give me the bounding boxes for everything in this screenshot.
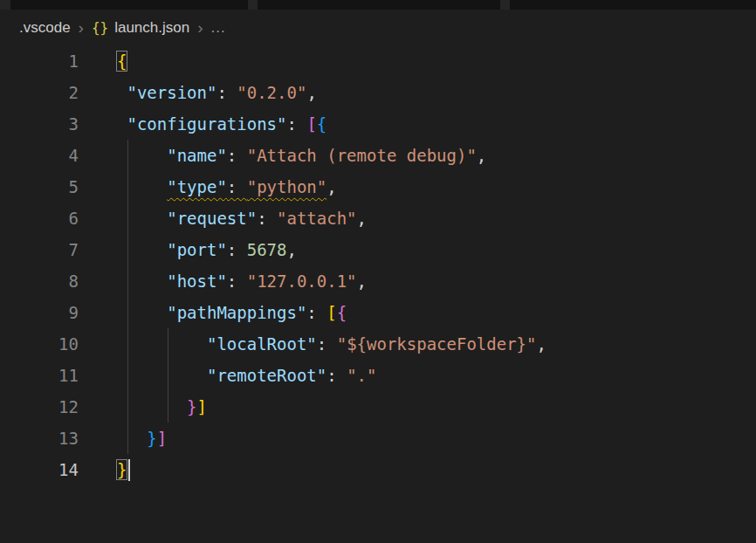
token: "localRoot" (207, 334, 317, 354)
token (117, 366, 207, 385)
text-cursor (128, 459, 130, 481)
token (117, 177, 167, 196)
code-line[interactable]: 4 "name": "Attach (remote debug)", (0, 140, 756, 171)
code-line[interactable]: 1{ (0, 45, 756, 77)
token: , (306, 83, 316, 102)
token: "version" (127, 83, 216, 102)
token (117, 114, 127, 134)
token: } (147, 429, 156, 448)
token: "." (347, 366, 376, 385)
token: : (326, 366, 347, 385)
line-content: } (117, 454, 130, 485)
code-line[interactable]: 13 }] (0, 423, 756, 454)
line-content: "version": "0.2.0", (117, 77, 317, 108)
indent-guide (168, 328, 168, 423)
token: [ (326, 303, 336, 322)
token: "request" (167, 209, 257, 228)
indent-guide (127, 140, 128, 454)
tab-bottom-edge[interactable] (258, 0, 500, 10)
token: { (317, 114, 326, 134)
code-line[interactable]: 3 "configurations": [{ (0, 108, 756, 140)
tab-bottom-edge[interactable] (10, 0, 248, 10)
code-line[interactable]: 5 "type": "python", (0, 171, 756, 203)
line-content: "host": "127.0.0.1", (117, 265, 367, 297)
token (117, 303, 167, 322)
line-content: }] (117, 423, 167, 454)
line-number: 13 (0, 423, 79, 454)
code-line[interactable]: 14} (0, 454, 756, 485)
token: , (357, 209, 367, 228)
token (117, 209, 167, 228)
token: : (257, 209, 277, 228)
token: , (326, 177, 336, 196)
token: : (227, 146, 247, 165)
token: "port" (167, 240, 227, 259)
breadcrumb-symbol-overflow[interactable]: ... (211, 19, 226, 37)
line-number: 11 (0, 360, 79, 391)
line-number: 7 (0, 234, 79, 265)
token: "pathMappings" (167, 303, 306, 322)
code-line[interactable]: 6 "request": "attach", (0, 203, 756, 234)
token (117, 240, 167, 259)
token (117, 429, 147, 448)
token: : (227, 240, 247, 259)
token (117, 272, 167, 291)
breadcrumb-file[interactable]: {} launch.json (92, 19, 189, 37)
token: "name" (167, 146, 227, 165)
chevron-right-icon: › (197, 18, 203, 38)
code-line[interactable]: 10 "localRoot": "${workspaceFolder}", (0, 328, 756, 360)
token: "${workspaceFolder}" (337, 334, 537, 354)
code-lines: 1{2 "version": "0.2.0",3 "configurations… (0, 45, 756, 485)
line-number: 2 (0, 77, 79, 108)
json-braces-icon: {} (92, 19, 108, 36)
token: "type" (167, 177, 227, 196)
token: "attach" (277, 209, 357, 228)
token: } (187, 397, 196, 416)
code-line[interactable]: 9 "pathMappings": [{ (0, 297, 756, 328)
line-content: "name": "Attach (remote debug)", (117, 140, 486, 171)
line-number: 10 (0, 328, 79, 360)
token: 5678 (247, 240, 287, 259)
token: : (216, 83, 237, 102)
token: : (227, 177, 247, 196)
tab-bar-strip (0, 0, 756, 10)
line-number: 12 (0, 391, 79, 423)
token: "python" (247, 177, 327, 196)
token: { (337, 303, 347, 322)
token: [ (306, 114, 316, 134)
line-content: { (117, 45, 127, 77)
vscode-editor-window: .vscode › {} launch.json › ... 1{2 "vers… (0, 0, 756, 543)
code-line[interactable]: 8 "host": "127.0.0.1", (0, 265, 756, 297)
token (117, 146, 167, 165)
token: : (286, 114, 306, 134)
breadcrumb: .vscode › {} launch.json › ... (0, 10, 756, 45)
line-content: "pathMappings": [{ (117, 297, 347, 328)
line-content: "port": 5678, (117, 234, 297, 265)
matched-bracket: { (117, 52, 127, 71)
token: "host" (167, 272, 227, 291)
token: "remoteRoot" (207, 366, 326, 385)
code-line[interactable]: 12 }] (0, 391, 756, 423)
token (117, 334, 207, 354)
token: , (536, 334, 546, 354)
editor: 1{2 "version": "0.2.0",3 "configurations… (0, 45, 756, 543)
token: "127.0.0.1" (247, 272, 357, 291)
line-number: 5 (0, 171, 79, 203)
line-content: "remoteRoot": "." (117, 360, 376, 391)
chevron-right-icon: › (79, 18, 84, 38)
line-content: "localRoot": "${workspaceFolder}", (117, 328, 546, 360)
token: "Attach (remote debug)" (247, 146, 477, 165)
line-number: 3 (0, 108, 79, 140)
line-number: 14 (0, 454, 79, 485)
token: "0.2.0" (237, 83, 306, 102)
code-line[interactable]: 11 "remoteRoot": "." (0, 360, 756, 391)
breadcrumb-folder[interactable]: .vscode (19, 19, 71, 37)
code-line[interactable]: 2 "version": "0.2.0", (0, 77, 756, 108)
token (117, 83, 127, 102)
line-number: 8 (0, 265, 79, 297)
token: , (287, 240, 297, 259)
token: "configurations" (127, 114, 286, 134)
line-content: "request": "attach", (117, 203, 367, 234)
code-line[interactable]: 7 "port": 5678, (0, 234, 756, 265)
tab-bottom-edge[interactable] (510, 0, 756, 10)
